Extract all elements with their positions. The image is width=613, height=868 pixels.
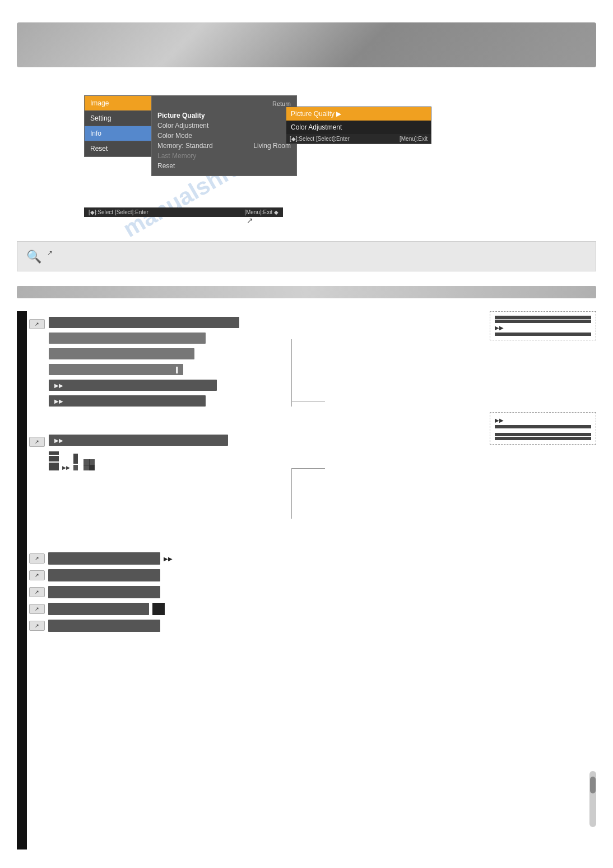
tree-bar-3d xyxy=(48,603,149,615)
menu-item-image-label: Image xyxy=(90,99,109,107)
side-box-middle-right: ▶▶ xyxy=(490,412,596,445)
submenu-reset[interactable]: Reset xyxy=(157,161,291,171)
tree-left-border xyxy=(17,311,27,849)
icon-box-3d: ↗ xyxy=(29,604,45,614)
tree-bar-1a xyxy=(49,317,239,328)
eq-bar-1 xyxy=(49,451,59,455)
side-box-spacer xyxy=(495,429,591,432)
right-mini-pq-label: Picture Quality xyxy=(291,110,335,118)
side-box-top-right: ▶▶ xyxy=(490,311,596,340)
tree-bar-3b xyxy=(48,569,160,581)
note-arrow-icon: ↗ xyxy=(47,249,53,257)
tree-row-3b: ↗ xyxy=(29,569,343,581)
side-box-middle-row-1 xyxy=(495,425,591,428)
note-box: 🔍 ↗ xyxy=(17,241,596,271)
menu-footer-left: [◆]:Select [Select]:Enter xyxy=(89,209,148,215)
submenu-memory-value: Living Room xyxy=(253,142,291,150)
side-box-middle-arrow: ▶▶ xyxy=(495,416,591,424)
icon-box-3a: ↗ xyxy=(29,553,45,564)
eq-grid-4 xyxy=(90,465,95,471)
connector-v-2 xyxy=(291,468,292,519)
icon-box-2: ↗ xyxy=(29,437,45,447)
tree-bar-2b-group: ▶▶ xyxy=(49,451,95,470)
tree-bar-3a-arrow: ▶▶ xyxy=(164,556,173,562)
tree-bar-3c xyxy=(48,586,160,598)
tree-bar-1d: ▌ xyxy=(49,364,183,375)
header-banner xyxy=(17,22,596,67)
connector-v-1 xyxy=(291,339,292,407)
right-mini-picture-quality[interactable]: Picture Quality ▶ xyxy=(286,107,431,121)
side-box-row-3 xyxy=(495,333,591,336)
eq-bar-3 xyxy=(49,463,59,470)
connector-h-2 xyxy=(291,468,325,469)
right-mini-panel: Picture Quality ▶ Color Adjustment [◆]:S… xyxy=(286,107,431,144)
section-divider xyxy=(17,286,596,298)
tree-bar-1e-arrow: ▶▶ xyxy=(54,382,63,389)
menu-item-setting-label: Setting xyxy=(90,114,111,122)
note-search-icon: 🔍 xyxy=(26,250,41,264)
return-button[interactable]: Return xyxy=(157,100,291,107)
right-mini-color-adjustment[interactable]: Color Adjustment xyxy=(286,121,431,134)
right-mini-ca-label: Color Adjustment xyxy=(291,123,342,131)
eq-icon xyxy=(83,459,95,470)
tree-bar-1c xyxy=(49,348,194,359)
submenu-last-memory: Last Memory xyxy=(157,151,291,161)
icon-box-3b: ↗ xyxy=(29,570,45,580)
eq-grid-1 xyxy=(83,459,89,465)
small-icon-1: ↗ xyxy=(29,319,45,329)
connector-h-1 xyxy=(291,401,325,401)
submenu-memory-label: Memory: Standard xyxy=(157,142,213,150)
tree-container: ▶▶ ↗ ▌ ▶▶ ▶▶ xyxy=(17,311,596,855)
eq-grid-3 xyxy=(83,465,89,471)
submenu-memory[interactable]: Memory: Standard Living Room xyxy=(157,141,291,151)
tree-row-3a: ↗ ▶▶ xyxy=(29,552,343,565)
tree-bar-1f-arrow: ▶▶ xyxy=(54,398,63,404)
eq-grid-2 xyxy=(90,459,95,465)
right-mini-footer-left: [◆]:Select [Select]:Enter xyxy=(290,136,350,142)
tree-row-3d: ↗ xyxy=(29,603,343,615)
tree-bar-3a xyxy=(48,552,160,565)
submenu-picture-quality[interactable]: Picture Quality xyxy=(157,110,291,121)
tree-bar-1e: ▶▶ xyxy=(49,380,217,391)
tree-row-3c: ↗ xyxy=(29,586,343,598)
icon-box-3e: ↗ xyxy=(29,621,45,631)
right-mini-footer-right: [Menu]:Exit xyxy=(400,136,428,142)
scrollbar[interactable] xyxy=(589,771,596,827)
menu-footer-right: [Menu]:Exit ◆ xyxy=(244,209,278,215)
side-box-middle-row-3 xyxy=(495,437,591,440)
eq-bar-tall-1 xyxy=(73,454,78,464)
side-box-row-2 xyxy=(495,320,591,323)
tree-bar-1d-icon: ▌ xyxy=(176,367,180,373)
tree-bar-1b xyxy=(49,333,206,344)
tree-bar-3e xyxy=(48,620,160,632)
side-box-middle-row-2 xyxy=(495,433,591,436)
side-box-row-1 xyxy=(495,316,591,319)
tree-row-3e: ↗ xyxy=(29,620,343,632)
submenu-color-mode[interactable]: Color Mode xyxy=(157,131,291,141)
small-icon-2: ↗ xyxy=(29,437,45,447)
tree-bar-3d-small xyxy=(152,603,165,615)
eq-bars-2 xyxy=(73,454,78,470)
menu-item-reset-label: Reset xyxy=(90,145,108,153)
icon-box-3c: ↗ xyxy=(29,587,45,597)
eq-bar-tall-2 xyxy=(73,465,78,470)
submenu-color-adjustment[interactable]: Color Adjustment xyxy=(157,121,291,131)
tree-bar-1f: ▶▶ xyxy=(49,395,206,407)
tree-section: ▶▶ ↗ ▌ ▶▶ ▶▶ xyxy=(17,311,596,855)
eq-arrows: ▶▶ xyxy=(62,465,70,470)
menu-item-info-label: Info xyxy=(90,130,101,137)
tree-bar-2a: ▶▶ xyxy=(49,435,228,446)
tree-row-group-3: ↗ ▶▶ ↗ ↗ ↗ ↗ xyxy=(29,552,343,636)
right-mini-footer: [◆]:Select [Select]:Enter [Menu]:Exit xyxy=(286,134,431,144)
eq-bar-2 xyxy=(49,456,59,461)
submenu-panel: Return Picture Quality Color Adjustment … xyxy=(151,95,297,176)
side-box-arrow-right-1: ▶▶ xyxy=(495,324,591,332)
eq-bars xyxy=(49,451,59,470)
note-content: ↗ xyxy=(47,248,53,257)
right-mini-pq-arrow: ▶ xyxy=(336,110,341,118)
tree-bar-2a-arrow: ▶▶ xyxy=(54,437,63,444)
arrow-note: ↗ xyxy=(247,216,253,225)
icon-box-1: ↗ xyxy=(29,319,45,329)
eq-grid xyxy=(83,459,95,470)
scrollbar-thumb[interactable] xyxy=(590,777,596,793)
